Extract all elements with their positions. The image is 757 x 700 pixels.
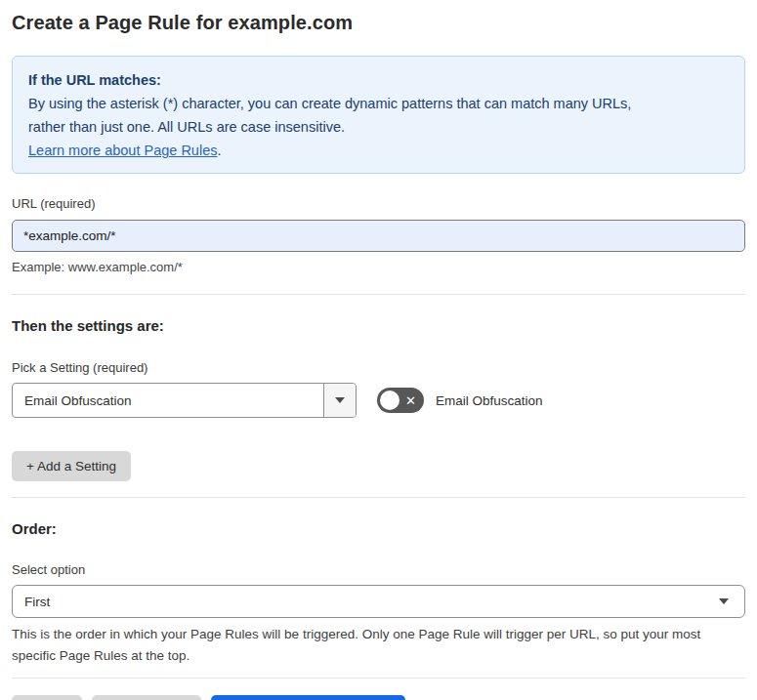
add-setting-button[interactable]: + Add a Setting (12, 451, 131, 481)
callout-heading: If the URL matches: (28, 68, 729, 92)
divider (12, 294, 745, 295)
chevron-down-icon (719, 598, 729, 604)
setting-picker-label: Pick a Setting (required) (12, 360, 745, 376)
url-match-callout: If the URL matches: By using the asteris… (12, 56, 745, 174)
order-select-value: First (24, 595, 719, 609)
toggle-label: Email Obfuscation (436, 393, 543, 408)
url-input[interactable] (12, 220, 745, 252)
order-description: This is the order in which your Page Rul… (12, 624, 745, 667)
setting-select[interactable]: Email Obfuscation (12, 383, 357, 418)
save-draft-button[interactable]: Save as Draft (92, 695, 201, 700)
cancel-button[interactable]: Cancel (12, 695, 82, 700)
callout-body-line2: rather than just one. All URLs are case … (28, 115, 729, 139)
footer-actions: Cancel Save as Draft Save and Deploy Pag… (12, 695, 745, 700)
settings-heading: Then the settings are: (12, 316, 745, 335)
order-heading: Order: (12, 519, 745, 538)
order-select[interactable]: First (12, 585, 745, 618)
learn-more-link[interactable]: Learn more about Page Rules (28, 143, 217, 158)
setting-select-value: Email Obfuscation (13, 384, 323, 417)
email-obfuscation-toggle[interactable]: ✕ (377, 388, 424, 413)
save-deploy-button[interactable]: Save and Deploy Page Rule (211, 695, 406, 700)
toggle-knob (380, 391, 400, 410)
page-title: Create a Page Rule for example.com (12, 10, 745, 35)
divider (12, 497, 745, 498)
page-rule-form: Create a Page Rule for example.com If th… (0, 0, 757, 700)
setting-row: Email Obfuscation ✕ Email Obfuscation (12, 383, 745, 418)
callout-body-line1: By using the asterisk (*) character, you… (28, 92, 729, 115)
url-label: URL (required) (12, 196, 745, 212)
url-example: Example: www.example.com/* (12, 259, 745, 275)
setting-select-arrow[interactable] (323, 384, 356, 417)
order-select-label: Select option (12, 562, 745, 578)
toggle-off-x-icon: ✕ (405, 388, 416, 413)
chevron-down-icon (335, 397, 345, 403)
divider (12, 678, 745, 679)
link-period: . (217, 143, 221, 158)
